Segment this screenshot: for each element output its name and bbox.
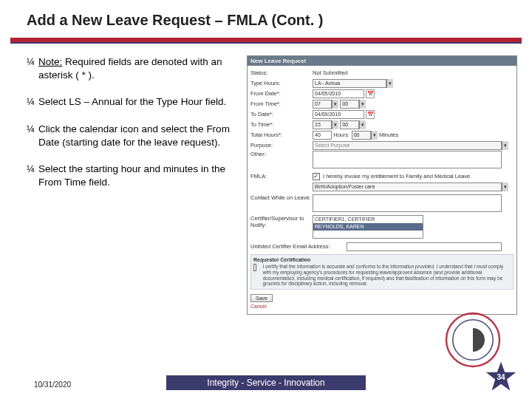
email-input[interactable] [347,242,502,251]
clock-icon: ¼ [27,55,38,82]
save-button[interactable]: Save [250,294,273,302]
other-input[interactable] [313,151,502,168]
divider-blue [10,43,522,44]
status-label: Status: [250,69,313,76]
list-item: ¼ Select the starting hour and minutes i… [27,163,241,189]
certification-box: Requestor Certification I certify that t… [250,254,514,290]
clock-icon: ¼ [27,123,38,149]
footer-bar-wrap: Integrity - Service - Innovation [0,375,532,390]
cert-text: I certify that the information is accura… [262,264,511,287]
slide-title: Add a New Leave Request – FMLA (Cont. ) [0,0,532,35]
to-min-select[interactable]: 00 [340,120,359,129]
to-date-input[interactable]: 04/09/2010 [313,110,364,119]
form-screenshot: New Leave Request Status:Not Submitted T… [247,55,517,315]
bullet-text: Click the calendar icon and select the F… [38,123,241,149]
page-number: 34 [485,361,517,393]
fmla-checkbox[interactable] [313,173,320,180]
certifier-label: Certifier/Supervisor to Notify: [250,215,313,228]
bullet-text: Select the starting hour and minutes in … [38,163,241,189]
type-label: Type Hours: [250,80,313,86]
divider-red [10,38,522,42]
fmla-check-text: I hereby invoke my entitlement to Family… [323,173,471,180]
calendar-icon[interactable]: 📅 [366,89,375,98]
to-hour-select[interactable]: 15 [313,120,332,129]
email-label: Unlisted Certifier Email Address: [250,243,347,250]
clock-icon: ¼ [27,95,38,109]
footer-motto: Integrity - Service - Innovation [166,375,366,390]
purpose-label: Purpose: [250,142,313,149]
bullet-text: Select LS – Annual for the Type Hour fie… [38,95,241,109]
certifier-option[interactable]: CERTIFIER1, CERTIFIER [313,216,423,223]
hours-word: Hours [333,132,348,138]
cert-checkbox[interactable] [253,264,256,271]
bullet-text: Required fields are denoted with an aste… [38,56,222,81]
contact-input[interactable] [313,194,502,212]
total-label: Total Hours*: [250,132,313,138]
cert-heading: Requestor Certification [253,257,511,262]
from-time-label: From Time*: [250,100,313,107]
list-item: ¼ Note: Required fields are denoted with… [27,55,241,82]
total-min-select[interactable]: 00 [352,131,371,140]
fmla-label: FMLA: [250,173,313,180]
certifier-option[interactable]: REYNOLDS, KAREN [313,223,423,231]
clock-icon: ¼ [27,163,38,189]
type-select[interactable]: LA - Annua [313,79,386,88]
list-item: ¼ Click the calendar icon and select the… [27,123,241,149]
list-item: ¼ Select LS – Annual for the Type Hour f… [27,95,241,109]
total-hours-input[interactable]: 40 [313,131,332,140]
from-date-input[interactable]: 04/05/2010 [313,89,364,98]
fmla-reason-select[interactable]: Birth/Adoption/Foster care [313,183,502,191]
from-min-select[interactable]: 00 [340,100,359,109]
from-date-label: From Date*: [250,90,313,97]
status-value: Not Submitted [313,69,348,76]
calendar-icon[interactable]: 📅 [366,110,375,119]
other-label: Other: [250,151,313,157]
note-label: Note: [38,56,62,67]
to-time-label: To Time*: [250,121,313,128]
contact-label: Contact While on Leave: [250,194,313,201]
from-hour-select[interactable]: 07 [313,100,332,109]
certifier-listbox[interactable]: CERTIFIER1, CERTIFIER REYNOLDS, KAREN [313,215,423,239]
page-badge: 34 [485,361,517,393]
panel-title: New Leave Request [248,56,516,66]
purpose-select[interactable]: Select Purpose [313,141,502,150]
to-date-label: To Date*: [250,111,313,117]
bullet-list: ¼ Note: Required fields are denoted with… [27,55,241,315]
minutes-word: Minutes [379,132,398,138]
cancel-link[interactable]: Cancel [250,304,267,309]
